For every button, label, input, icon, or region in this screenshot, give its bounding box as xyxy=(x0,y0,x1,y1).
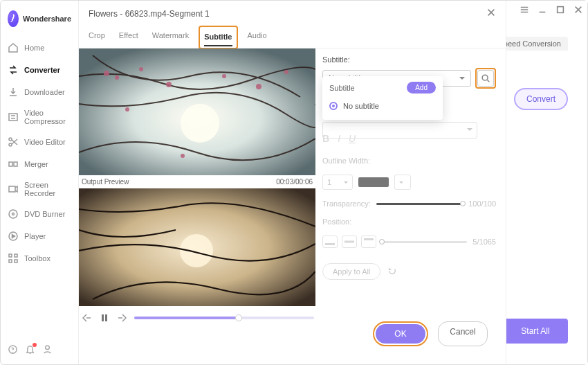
tab-watermark[interactable]: Watermark xyxy=(152,27,189,48)
add-subtitle-button[interactable]: Add xyxy=(407,82,436,94)
sidebar-item-label: Merger xyxy=(24,160,48,168)
brand-logo xyxy=(8,10,19,27)
next-button[interactable] xyxy=(116,312,129,324)
position-value: 5/1065 xyxy=(472,238,496,246)
ok-button-highlight: OK xyxy=(373,321,428,346)
svg-rect-4 xyxy=(14,162,17,166)
svg-point-2 xyxy=(9,143,12,146)
convert-button[interactable]: Convert xyxy=(514,88,568,110)
sidebar-item-label: Home xyxy=(24,44,44,52)
compress-icon xyxy=(8,112,19,123)
subtitle-option-none[interactable]: No subtitle xyxy=(329,99,436,113)
progress-slider[interactable] xyxy=(134,317,314,319)
sidebar-item-player[interactable]: Player xyxy=(1,225,78,247)
sidebar-item-toolbox[interactable]: Toolbox xyxy=(1,247,78,269)
outline-value: 1 xyxy=(327,178,331,186)
minimize-icon[interactable] xyxy=(538,5,547,17)
prev-button[interactable] xyxy=(80,312,93,324)
transparency-slider[interactable] xyxy=(376,203,463,205)
svg-point-18 xyxy=(104,71,109,76)
sidebar-item-converter[interactable]: Converter xyxy=(1,59,78,81)
sidebar-item-label: Player xyxy=(24,232,46,240)
position-top-button[interactable] xyxy=(361,235,376,248)
close-icon[interactable] xyxy=(573,5,583,17)
sidebar-item-label: Video Editor xyxy=(24,138,66,146)
svg-point-28 xyxy=(180,234,213,267)
subtitle-label: Subtitle: xyxy=(322,55,496,64)
tab-subtitle[interactable]: Subtitle xyxy=(204,28,232,46)
menu-icon[interactable] xyxy=(520,5,529,17)
svg-rect-3 xyxy=(9,162,12,166)
svg-rect-0 xyxy=(9,114,17,121)
font-select-disabled xyxy=(322,122,477,139)
subtitle-popup-title: Subtitle xyxy=(329,84,355,92)
play-icon xyxy=(8,231,19,242)
ok-button[interactable]: OK xyxy=(376,324,425,344)
svg-point-19 xyxy=(115,75,119,80)
tab-crop[interactable]: Crop xyxy=(89,27,105,48)
chevron-down-icon xyxy=(459,77,465,82)
preview-column: Output Preview 00:03/00:06 xyxy=(79,48,315,364)
svg-rect-9 xyxy=(9,254,12,257)
sidebar-item-downloader[interactable]: Downloader xyxy=(1,81,78,103)
main-area: Speed Conversion Convert Start All Flowe… xyxy=(79,1,587,364)
svg-rect-30 xyxy=(105,314,107,321)
output-preview-label: Output Preview xyxy=(82,178,129,186)
converter-icon xyxy=(8,64,19,75)
sidebar-item-label: Screen Recorder xyxy=(24,181,71,197)
tab-subtitle-highlight: Subtitle xyxy=(199,26,237,49)
subtitle-dropdown-popup: Subtitle Add No subtitle xyxy=(322,76,443,120)
outline-width-select[interactable]: 1 xyxy=(322,175,353,190)
tab-audio[interactable]: Audio xyxy=(248,27,267,48)
source-preview xyxy=(79,48,315,175)
merge-icon xyxy=(8,159,19,170)
transparency-value: 100/100 xyxy=(468,199,496,208)
output-preview xyxy=(79,188,315,306)
help-icon[interactable] xyxy=(8,344,18,357)
maximize-icon[interactable] xyxy=(555,5,565,17)
subtitle-option-label: No subtitle xyxy=(343,102,379,110)
cancel-button[interactable]: Cancel xyxy=(438,321,488,346)
svg-rect-10 xyxy=(15,254,17,257)
pause-button[interactable] xyxy=(98,312,111,324)
sidebar-item-home[interactable]: Home xyxy=(1,37,78,59)
brand: Wondershare xyxy=(1,5,78,37)
svg-point-22 xyxy=(222,74,226,78)
sidebar-item-editor[interactable]: Video Editor xyxy=(1,131,78,153)
radio-icon xyxy=(329,102,338,110)
transparency-label: Transparency: xyxy=(322,199,371,208)
dialog-close-button[interactable] xyxy=(486,8,496,20)
svg-point-26 xyxy=(181,154,185,158)
grid-icon xyxy=(8,253,19,264)
svg-point-31 xyxy=(482,75,488,80)
tab-effect[interactable]: Effect xyxy=(119,27,138,48)
outline-color-select[interactable] xyxy=(394,175,411,190)
svg-rect-11 xyxy=(9,260,12,262)
position-middle-button[interactable] xyxy=(342,235,357,248)
position-bottom-button[interactable] xyxy=(322,235,338,248)
search-subtitle-button[interactable] xyxy=(477,70,494,87)
home-icon xyxy=(8,42,19,53)
search-subtitle-highlight xyxy=(475,68,496,89)
bell-icon[interactable] xyxy=(25,344,35,357)
sidebar-item-label: Video Compressor xyxy=(24,109,71,125)
editor-tabs: Crop Effect Watermark Subtitle Audio xyxy=(79,23,506,48)
svg-rect-15 xyxy=(558,7,564,13)
sidebar-item-recorder[interactable]: Screen Recorder xyxy=(1,175,78,203)
outline-color-swatch[interactable] xyxy=(358,177,389,187)
apply-to-all-button[interactable]: Apply to All xyxy=(322,263,380,280)
sidebar-item-merger[interactable]: Merger xyxy=(1,153,78,175)
record-icon xyxy=(8,184,19,195)
user-icon[interactable] xyxy=(42,344,53,357)
sidebar-item-compressor[interactable]: Video Compressor xyxy=(1,103,78,131)
sidebar-item-label: Converter xyxy=(24,66,60,74)
start-all-button[interactable]: Start All xyxy=(503,319,568,344)
svg-point-21 xyxy=(166,82,172,87)
sidebar-item-dvd[interactable]: DVD Burner xyxy=(1,203,78,225)
reset-icon[interactable] xyxy=(387,266,397,277)
position-slider[interactable] xyxy=(382,241,467,243)
sidebar-item-label: DVD Burner xyxy=(24,210,65,218)
svg-rect-29 xyxy=(102,314,104,321)
subtitle-editor-dialog: Flowers - 66823.mp4-Segment 1 Crop Effec… xyxy=(79,1,506,364)
playback-controls xyxy=(79,306,315,324)
